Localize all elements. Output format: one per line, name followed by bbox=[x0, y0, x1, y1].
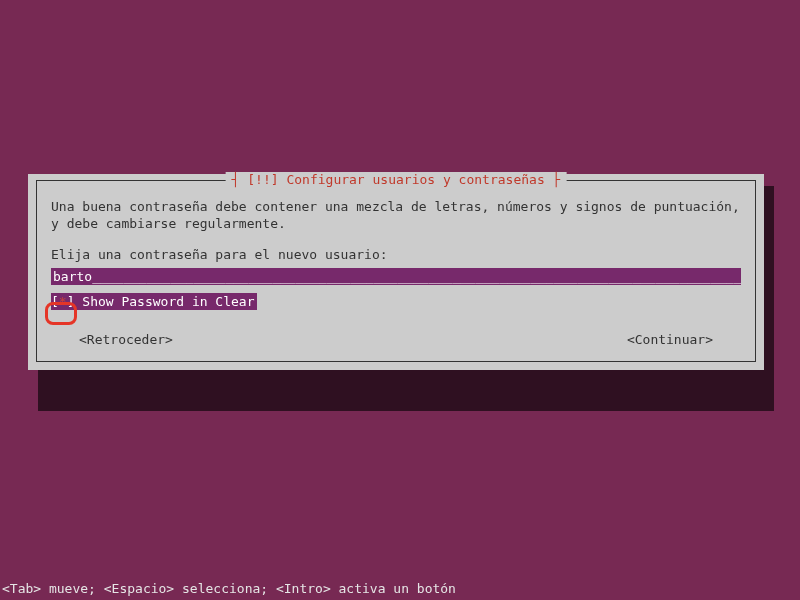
password-dialog: ┤ [!!] Configurar usuarios y contraseñas… bbox=[28, 174, 764, 370]
continue-button[interactable]: <Continuar> bbox=[627, 332, 713, 347]
button-row: <Retroceder> <Continuar> bbox=[51, 332, 741, 347]
back-button[interactable]: <Retroceder> bbox=[79, 332, 173, 347]
show-password-checkbox[interactable]: [*] Show Password in Clear bbox=[51, 293, 257, 310]
password-value: barto bbox=[53, 269, 92, 284]
checkbox-box: [*] bbox=[51, 293, 74, 310]
input-fill: ________________________________________… bbox=[92, 268, 741, 285]
dialog-frame: ┤ [!!] Configurar usuarios y contraseñas… bbox=[36, 180, 756, 362]
checkbox-label: Show Password in Clear bbox=[82, 293, 256, 310]
password-prompt: Elija una contraseña para el nuevo usuar… bbox=[51, 247, 741, 262]
title-prefix: [!!] bbox=[247, 172, 278, 187]
title-text: Configurar usuarios y contraseñas bbox=[286, 172, 544, 187]
dialog-description: Una buena contraseña debe contener una m… bbox=[51, 199, 741, 233]
password-input[interactable]: barto___________________________________… bbox=[51, 268, 741, 285]
dialog-title: ┤ [!!] Configurar usuarios y contraseñas… bbox=[226, 172, 567, 187]
checkbox-mark: * bbox=[59, 294, 67, 309]
footer-hint: <Tab> mueve; <Espacio> selecciona; <Intr… bbox=[2, 581, 456, 596]
